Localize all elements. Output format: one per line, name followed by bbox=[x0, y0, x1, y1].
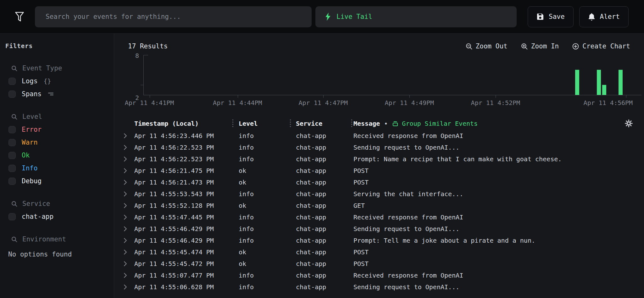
level-checkbox[interactable] bbox=[8, 139, 16, 146]
event-level: info bbox=[239, 132, 296, 140]
service-column-resize-handle[interactable] bbox=[290, 119, 291, 128]
x-axis-label: Apr 11 4:41PM bbox=[125, 99, 174, 107]
filter-item-spans[interactable]: Spans bbox=[8, 90, 114, 98]
chevron-right-icon[interactable] bbox=[123, 168, 134, 174]
curly-braces-icon: {} bbox=[44, 77, 51, 85]
filter-funnel-icon[interactable] bbox=[14, 11, 25, 22]
event-service: chat-app bbox=[296, 237, 353, 244]
chevron-right-icon[interactable] bbox=[123, 261, 134, 267]
chart-controls: Zoom Out Zoom In Create Chart bbox=[465, 42, 630, 50]
service-column-header[interactable]: Service bbox=[296, 120, 353, 127]
timestamp-column-header[interactable]: Timestamp (Local) bbox=[134, 120, 239, 127]
service-search[interactable]: Service bbox=[11, 200, 114, 207]
message-column-resize-handle[interactable] bbox=[351, 119, 352, 128]
chevron-right-icon[interactable] bbox=[123, 145, 134, 150]
group-similar-events-label: Group Similar Events bbox=[402, 120, 478, 127]
event-row[interactable]: Apr 11 4:55:47.445 PM info chat-app Rece… bbox=[114, 211, 644, 223]
level-column-header[interactable]: Level bbox=[239, 120, 296, 127]
magnifier-icon bbox=[11, 201, 18, 207]
event-row[interactable]: Apr 11 4:55:46.429 PM info chat-app Prom… bbox=[114, 235, 644, 246]
chat-app-checkbox[interactable] bbox=[8, 213, 16, 220]
live-tail-button[interactable]: Live Tail bbox=[315, 6, 517, 27]
chevron-right-icon[interactable] bbox=[123, 284, 134, 290]
level-checkbox[interactable] bbox=[8, 152, 16, 159]
stack-icon bbox=[392, 120, 399, 127]
chevron-right-icon[interactable] bbox=[123, 156, 134, 162]
chevron-right-icon[interactable] bbox=[123, 238, 134, 243]
alert-button[interactable]: Alert bbox=[579, 6, 629, 27]
event-level: info bbox=[239, 155, 296, 163]
x-axis-labels: Apr 11 4:41PMApr 11 4:44PMApr 11 4:47PMA… bbox=[143, 95, 641, 108]
search-input[interactable]: Search your events for anything... bbox=[35, 6, 312, 27]
filter-item-level[interactable]: Warn bbox=[8, 139, 114, 146]
filter-item-logs[interactable]: Logs {} bbox=[8, 77, 114, 85]
event-row[interactable]: Apr 11 4:55:07.477 PM info chat-app Rece… bbox=[114, 269, 644, 281]
filter-item-level[interactable]: Ok bbox=[8, 152, 114, 159]
spans-checkbox[interactable] bbox=[8, 91, 16, 98]
chevron-right-icon[interactable] bbox=[123, 203, 134, 208]
level-column-resize-handle[interactable] bbox=[232, 119, 233, 128]
event-row[interactable]: Apr 11 4:55:46.429 PM info chat-app Send… bbox=[114, 223, 644, 235]
event-timestamp: Apr 11 4:55:47.445 PM bbox=[134, 213, 239, 221]
table-header: Timestamp (Local) Level Service Message … bbox=[114, 117, 644, 130]
app: Search your events for anything... Live … bbox=[0, 0, 644, 298]
environment-search[interactable]: Environment bbox=[11, 235, 114, 243]
event-timestamp: Apr 11 4:56:23.446 PM bbox=[134, 132, 239, 140]
filter-item-level[interactable]: Info bbox=[8, 164, 114, 172]
event-service: chat-app bbox=[296, 179, 353, 186]
zoom-in-button[interactable]: Zoom In bbox=[521, 42, 559, 50]
spans-label: Spans bbox=[22, 90, 42, 98]
filter-item-level[interactable]: Debug bbox=[8, 177, 114, 185]
lightning-bolt-icon bbox=[325, 13, 331, 21]
chevron-right-icon[interactable] bbox=[123, 214, 134, 220]
level-search[interactable]: Level bbox=[11, 113, 114, 120]
event-row[interactable]: Apr 11 4:55:52.128 PM ok chat-app GET bbox=[114, 200, 644, 211]
event-type-placeholder: Event Type bbox=[22, 64, 62, 72]
event-type-search[interactable]: Event Type bbox=[11, 64, 114, 72]
level-checkbox[interactable] bbox=[8, 126, 16, 133]
events-histogram: 8 2 Apr 11 4:41PMApr 11 4:44PMApr 11 4:4… bbox=[143, 55, 641, 108]
chart-plot[interactable] bbox=[143, 55, 641, 95]
event-row[interactable]: Apr 11 4:56:21.473 PM ok chat-app POST bbox=[114, 176, 644, 188]
level-checkbox[interactable] bbox=[8, 165, 16, 172]
event-timestamp: Apr 11 4:55:52.128 PM bbox=[134, 202, 239, 209]
event-timestamp: Apr 11 4:56:22.523 PM bbox=[134, 155, 239, 163]
event-row[interactable]: Apr 11 4:55:06.628 PM info chat-app Send… bbox=[114, 281, 644, 293]
chevron-right-icon[interactable] bbox=[123, 273, 134, 278]
no-options-text: No options found bbox=[8, 251, 114, 258]
chevron-right-icon[interactable] bbox=[123, 191, 134, 197]
event-service: chat-app bbox=[296, 213, 353, 221]
top-bar: Search your events for anything... Live … bbox=[0, 0, 644, 34]
x-axis-label: Apr 11 4:56PM bbox=[584, 99, 633, 107]
event-row[interactable]: Apr 11 4:56:23.446 PM info chat-app Rece… bbox=[114, 130, 644, 141]
filter-item-level[interactable]: Error bbox=[8, 126, 114, 133]
chevron-right-icon[interactable] bbox=[123, 179, 134, 185]
chevron-right-icon[interactable] bbox=[123, 249, 134, 255]
event-row[interactable]: Apr 11 4:55:53.543 PM info chat-app Serv… bbox=[114, 188, 644, 200]
chevron-right-icon[interactable] bbox=[123, 133, 134, 139]
logs-checkbox[interactable] bbox=[8, 78, 16, 85]
event-level: ok bbox=[239, 167, 296, 174]
event-row[interactable]: Apr 11 4:55:45.472 PM ok chat-app POST bbox=[114, 258, 644, 269]
zoom-out-button[interactable]: Zoom Out bbox=[465, 42, 508, 50]
bell-icon bbox=[588, 13, 595, 21]
event-row[interactable]: Apr 11 4:56:22.523 PM info chat-app Prom… bbox=[114, 153, 644, 165]
filter-item-chat-app[interactable]: chat-app bbox=[8, 213, 114, 220]
message-column-header: Message • Group Similar Events bbox=[353, 120, 633, 127]
group-similar-events-button[interactable]: Group Similar Events bbox=[392, 120, 478, 127]
create-chart-button[interactable]: Create Chart bbox=[572, 42, 630, 50]
event-service: chat-app bbox=[296, 260, 353, 268]
chevron-right-icon[interactable] bbox=[123, 226, 134, 232]
alert-label: Alert bbox=[600, 13, 620, 20]
save-button[interactable]: Save bbox=[528, 6, 574, 27]
event-row[interactable]: Apr 11 4:56:21.475 PM ok chat-app POST bbox=[114, 165, 644, 176]
event-level: info bbox=[239, 237, 296, 244]
event-row[interactable]: Apr 11 4:55:45.474 PM ok chat-app POST bbox=[114, 246, 644, 258]
gear-icon[interactable] bbox=[625, 119, 633, 129]
level-checkbox[interactable] bbox=[8, 178, 16, 185]
filters-sidebar: Filters Event Type Logs {} Spans bbox=[0, 34, 114, 298]
event-message: Sending request to OpenAI... bbox=[353, 144, 633, 151]
event-level: ok bbox=[239, 260, 296, 268]
message-header-label[interactable]: Message bbox=[353, 120, 380, 127]
event-row[interactable]: Apr 11 4:56:22.523 PM info chat-app Send… bbox=[114, 141, 644, 153]
